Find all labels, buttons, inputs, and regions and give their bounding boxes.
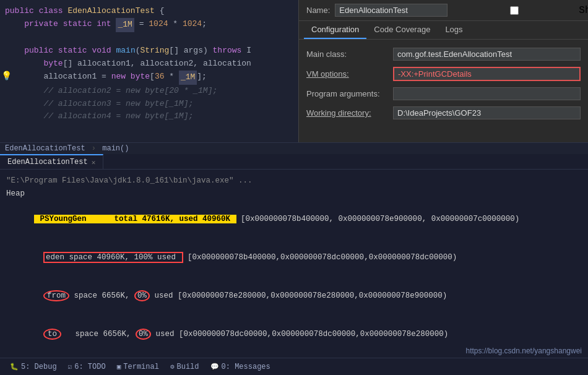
tab-logs[interactable]: Logs [438,21,470,39]
vm-options-label: VM options: [306,69,393,79]
name-label: Name: [306,6,330,15]
code-line-2: private static int _1M = 1024 * 1024; [0,18,298,32]
program-args-row: Program arguments: [299,84,588,103]
main-container: 💡 public class EdenAllocationTest { priv… [0,0,588,375]
todo-label: 6: TODO [74,363,105,371]
terminal: "E:\Program Files\Java\jdk1.8.0_161\bin\… [0,170,588,358]
breadcrumb: EdenAllocationTest › main() [0,142,588,154]
terminal-icon: ▣ [117,363,121,371]
breadcrumb-class[interactable]: EdenAllocationTest [5,144,85,153]
checkbox-label: Sha [579,5,588,16]
from-pct-circle: 0% [134,290,150,301]
tab-configuration[interactable]: Configuration [304,21,366,39]
working-dir-label: Working directory: [306,108,393,118]
main-class-label: Main class: [306,50,393,59]
close-tab-icon[interactable]: ✕ [92,158,96,166]
watermark: https://blog.csdn.net/yangshangwei [466,347,582,355]
eden-text [34,253,43,262]
from-line: from space 6656K, 0% used [0x000000078e2… [6,277,582,315]
psyounggen-line: PSYoungGen total 47616K, used 40960K [0x… [6,200,582,238]
code-line-3: public static void main(String[] args) t… [0,45,298,58]
config-tabs: Configuration Code Coverage Logs [299,21,588,40]
checkbox-area: Sha [452,5,588,16]
name-input[interactable] [335,4,447,17]
tool-terminal[interactable]: ▣ Terminal [112,361,164,373]
code-editor: 💡 public class EdenAllocationTest { priv… [0,0,298,142]
config-header: Name: Sha [299,0,588,21]
psyounggen-highlight: PSYoungGen total 47616K, used 40960K [34,215,236,223]
cmd-line: "E:\Program Files\Java\jdk1.8.0_161\bin\… [6,175,582,188]
code-line-7: // allocation3 = new byte[_1M]; [0,98,298,111]
tab-code-coverage[interactable]: Code Coverage [366,21,438,39]
code-line-5: allocation1 = new byte[36 * _1M]; [0,71,298,85]
file-tab-eden[interactable]: EdenAllocationTest ✕ [0,154,103,169]
code-line-8: // allocation4 = new byte[_1M]; [0,110,298,123]
vm-options-row: VM options: [299,64,588,84]
tool-debug[interactable]: 🐛 5: Debug [5,361,62,373]
code-line-blank [0,32,298,45]
vm-options-input[interactable] [393,67,581,81]
messages-icon: 💬 [210,363,219,371]
tool-build[interactable]: ⚙ Build [165,361,204,373]
build-icon: ⚙ [170,363,175,371]
code-line-6: // allocation2 = new byte[20 * _1M]; [0,85,298,98]
program-args-input[interactable] [393,87,581,100]
tool-messages[interactable]: 💬 0: Messages [205,361,275,373]
main-class-input[interactable] [393,48,581,61]
debug-label: 5: Debug [21,363,57,371]
working-dir-input[interactable] [393,106,581,119]
working-dir-row: Working directory: [299,103,588,123]
config-panel: Name: Sha Configuration Code Coverage Lo… [298,0,588,142]
code-line-4: byte[] allocation1, allocation2, allocat… [0,58,298,71]
top-section: 💡 public class EdenAllocationTest { priv… [0,0,588,142]
file-tab-name: EdenAllocationTest [7,158,88,166]
main-class-row: Main class: [299,45,588,64]
share-checkbox[interactable] [452,6,576,15]
file-tabs: EdenAllocationTest ✕ [0,154,588,170]
eden-line: eden space 40960K, 100% used [0x00000007… [6,238,582,277]
bottom-toolbar: 🐛 5: Debug ☑ 6: TODO ▣ Terminal ⚙ Build … [0,358,588,375]
breadcrumb-method[interactable]: main() [102,144,129,153]
config-body: Main class: VM options: Program argument… [299,40,588,142]
build-label: Build [177,363,199,371]
to-pct-circle: 0% [136,329,151,340]
messages-label: 0: Messages [222,363,270,371]
terminal-label: Terminal [123,363,159,371]
code-line-1: public class EdenAllocationTest { [0,5,298,18]
program-args-label: Program arguments: [306,89,393,98]
to-circle: to [43,329,61,340]
tool-todo[interactable]: ☑ 6: TODO [63,361,111,373]
from-circle: from [43,290,69,301]
heap-header: Heap [6,188,582,200]
eden-highlight: eden space 40960K, 100% used [43,252,183,263]
todo-icon: ☑ [68,363,72,371]
bulb-icon: 💡 [0,69,12,83]
debug-icon: 🐛 [10,363,19,371]
